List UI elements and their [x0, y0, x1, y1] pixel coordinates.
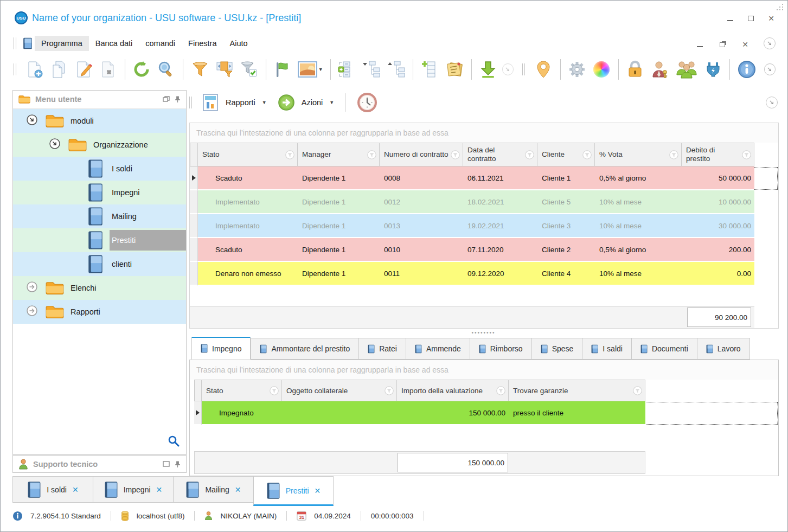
column-header-cliente[interactable]: Cliente: [537, 143, 595, 166]
filter-funnel-icon[interactable]: [525, 150, 534, 162]
tab-rimborso[interactable]: Rimborso: [470, 338, 532, 360]
menubar-overflow-icon[interactable]: [764, 37, 776, 49]
window-tab-mailing[interactable]: Mailing ✕: [173, 476, 253, 503]
close-tab-icon[interactable]: ✕: [235, 485, 241, 494]
azioni-icon[interactable]: [277, 93, 296, 112]
copy-record-button[interactable]: [48, 59, 69, 80]
filter-funnel-icon[interactable]: [385, 386, 394, 397]
toolbar-grip-2[interactable]: [522, 63, 525, 75]
tree-item-mailing[interactable]: Mailing: [13, 204, 186, 228]
window-tab-impegni[interactable]: Impegni ✕: [93, 476, 173, 503]
azioni-caret-icon[interactable]: ▼: [329, 100, 334, 105]
mdi-restore-button[interactable]: [718, 40, 727, 47]
column-header-stato[interactable]: Stato: [198, 143, 298, 166]
tree-item-moduli[interactable]: moduli: [13, 109, 186, 133]
sidebar-restore-icon[interactable]: [163, 96, 170, 102]
expand-tree-button[interactable]: [386, 59, 407, 80]
tree-item-i-soldi[interactable]: I soldi: [13, 157, 186, 181]
column-header-vota[interactable]: % Vota: [595, 143, 682, 166]
expand-node-icon[interactable]: [26, 305, 38, 319]
close-tab-icon[interactable]: ✕: [315, 486, 321, 495]
add-column-button[interactable]: [419, 59, 440, 80]
table-row[interactable]: Denaro non emesso Dipendente 1 0011 09.1…: [190, 262, 778, 286]
sidebar-pin-icon[interactable]: [175, 95, 181, 103]
minimize-button[interactable]: [726, 14, 734, 21]
mdi-minimize-button[interactable]: [695, 40, 704, 47]
table-row[interactable]: Scaduto Dipendente 1 0008 06.11.2021 Cli…: [190, 166, 778, 190]
delete-record-button[interactable]: [98, 59, 119, 80]
user-access-button[interactable]: [649, 59, 670, 80]
column-header-oggetto[interactable]: Oggetto collaterale: [282, 380, 397, 401]
tree-item-prestiti[interactable]: Prestiti: [13, 228, 186, 252]
report-icon[interactable]: [201, 93, 220, 112]
settings-gear-button[interactable]: [566, 59, 587, 80]
notes-button[interactable]: [444, 59, 465, 80]
filter-range-button[interactable]: [214, 59, 235, 80]
column-header-data-contratto[interactable]: Data del contratto: [463, 143, 537, 166]
toolbar-grip[interactable]: [14, 63, 16, 75]
filter-funnel-icon[interactable]: [367, 150, 376, 162]
map-pin-button[interactable]: [533, 59, 554, 80]
tree-item-organizzazione[interactable]: Organizzazione: [13, 133, 186, 157]
export-button[interactable]: [478, 59, 499, 80]
filter-funnel-icon[interactable]: [582, 150, 592, 162]
maximize-button[interactable]: [746, 14, 755, 21]
support-panel[interactable]: Supporto tecnico: [12, 455, 187, 473]
column-header-garanzie[interactable]: Trovare garanzie: [509, 380, 645, 401]
sidebar-search-icon[interactable]: [168, 435, 180, 449]
collapse-node-icon[interactable]: [49, 138, 61, 152]
filter-funnel-icon[interactable]: [669, 150, 678, 162]
flag-button[interactable]: [272, 59, 293, 80]
tab-documenti[interactable]: Documenti: [632, 338, 697, 360]
tab-lavoro[interactable]: Lavoro: [697, 338, 750, 360]
groupby-bar[interactable]: Trascina qui l’intestazione di una colon…: [190, 123, 778, 143]
detail-groupby-bar[interactable]: Trascina qui l’intestazione di una colon…: [190, 360, 778, 380]
info-button[interactable]: [736, 59, 757, 80]
tab-spese[interactable]: Spese: [532, 338, 583, 360]
resize-grip[interactable]: [774, 2, 783, 10]
filter-funnel-icon[interactable]: [633, 386, 642, 397]
tab-ratei[interactable]: Ratei: [359, 338, 406, 360]
ribbon-more-icon[interactable]: [766, 97, 778, 108]
collapse-node-icon[interactable]: [26, 114, 38, 128]
rapporti-dropdown[interactable]: Rapporti: [226, 98, 255, 107]
expand-node-icon[interactable]: [26, 281, 38, 295]
horizontal-splitter[interactable]: ••••••••: [189, 329, 778, 336]
image-button[interactable]: ▼: [297, 59, 324, 80]
toolbar-more-icon[interactable]: [764, 63, 776, 75]
collapse-tree-button[interactable]: [361, 59, 382, 80]
table-row[interactable]: Implementato Dipendente 1 0012 18.02.202…: [190, 190, 778, 214]
tab-ammende[interactable]: Ammende: [406, 338, 470, 360]
filter-saved-button[interactable]: [238, 59, 259, 80]
tab-impegno[interactable]: Impegno: [191, 337, 251, 360]
tree-item-impegni[interactable]: Impegni: [13, 181, 186, 204]
table-row[interactable]: Scaduto Dipendente 1 0010 07.11.2020 Cli…: [190, 238, 778, 262]
expand-rows-button[interactable]: [337, 59, 358, 80]
support-restore-icon[interactable]: [163, 461, 170, 467]
tree-item-clienti[interactable]: clienti: [13, 252, 186, 276]
column-header-debito[interactable]: Debito di prestito: [682, 143, 754, 166]
tab-i-saldi[interactable]: I saldi: [582, 338, 632, 360]
close-tab-icon[interactable]: ✕: [156, 485, 163, 494]
rapporti-caret-icon[interactable]: ▼: [262, 100, 267, 105]
menubar-grip[interactable]: [14, 37, 16, 49]
column-header-manager[interactable]: Manager: [298, 143, 380, 166]
support-pin-icon[interactable]: [175, 460, 181, 468]
edit-record-button[interactable]: [73, 59, 94, 80]
close-button[interactable]: ✕: [767, 14, 776, 21]
detail-table-row[interactable]: Impegnato 150 000.00 presso il cliente: [194, 401, 778, 425]
tab-ammontare[interactable]: Ammontare del prestito: [251, 338, 359, 360]
filter-funnel-icon[interactable]: [285, 150, 294, 162]
filter-funnel-icon[interactable]: [496, 386, 505, 397]
search-button[interactable]: [156, 59, 177, 80]
menu-banca-dati[interactable]: Banca dati: [89, 36, 139, 51]
users-group-button[interactable]: [674, 59, 699, 80]
table-row[interactable]: Implementato Dipendente 1 0013 19.02.202…: [190, 214, 778, 238]
refresh-button[interactable]: [131, 59, 152, 80]
column-header-stato[interactable]: Stato: [202, 380, 282, 401]
tree-item-rapporti[interactable]: Rapporti: [13, 300, 186, 324]
window-tab-prestiti[interactable]: Prestiti ✕: [253, 476, 334, 506]
azioni-dropdown[interactable]: Azioni: [302, 98, 323, 107]
filter-funnel-icon[interactable]: [742, 150, 751, 162]
menu-aiuto[interactable]: Aiuto: [223, 36, 254, 51]
